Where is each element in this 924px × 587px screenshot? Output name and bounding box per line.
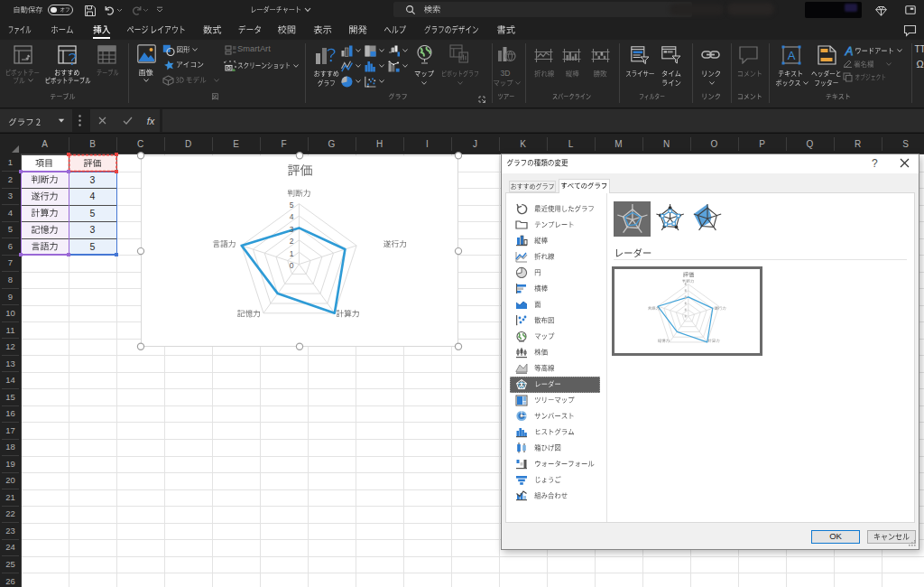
svg-text:A: A	[787, 49, 795, 62]
svg-text:A: A	[845, 45, 854, 56]
